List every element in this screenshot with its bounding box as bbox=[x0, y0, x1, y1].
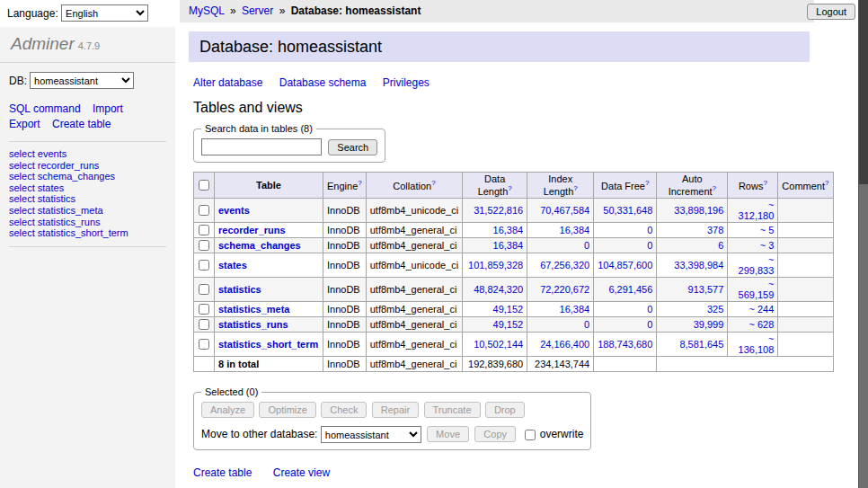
table-name-cell: recorder_runs bbox=[215, 222, 323, 237]
select-link[interactable]: select bbox=[9, 205, 35, 216]
copy-button[interactable]: Copy bbox=[474, 426, 516, 442]
collation-cell: utf8mb4_general_ci bbox=[366, 316, 462, 332]
vertical-scrollbar[interactable] bbox=[858, 0, 868, 488]
select-link[interactable]: select bbox=[9, 217, 35, 227]
table-name-link[interactable]: statistics_meta bbox=[218, 304, 290, 315]
logout-button[interactable]: Logout bbox=[807, 4, 855, 20]
sidebar-link-sql-command[interactable]: SQL command bbox=[9, 102, 81, 115]
search-button[interactable]: Search bbox=[328, 139, 377, 155]
table-row: recorder_runs InnoDB utf8mb4_general_ci … bbox=[194, 222, 834, 237]
table-link[interactable]: statistics_short_term bbox=[38, 227, 128, 238]
sidebar-link-export[interactable]: Export bbox=[9, 118, 40, 130]
help-link[interactable]: ? bbox=[645, 179, 649, 187]
data-length-cell: 16,384 bbox=[463, 237, 527, 253]
sidebar-links: SQL command Import Export Create table bbox=[9, 102, 166, 132]
row-checkbox[interactable] bbox=[199, 304, 209, 315]
breadcrumb-server-link[interactable]: Server bbox=[242, 4, 273, 17]
breadcrumb-separator: » bbox=[279, 4, 286, 17]
help-link[interactable]: ? bbox=[763, 179, 766, 187]
help-link[interactable]: ? bbox=[825, 179, 828, 187]
table-name-cell: schema_changes bbox=[215, 237, 323, 253]
row-select-cell bbox=[194, 277, 215, 301]
row-checkbox[interactable] bbox=[199, 284, 209, 295]
analyze-button[interactable]: Analyze bbox=[201, 402, 254, 418]
sidebar-link-create-table[interactable]: Create table bbox=[52, 118, 111, 130]
sidebar-table-item: select statistics_meta bbox=[9, 205, 166, 217]
total-data-length-cell: 192,839,680 bbox=[463, 357, 527, 372]
table-name-cell: statistics_runs bbox=[215, 316, 323, 332]
engine-cell: InnoDB bbox=[323, 253, 367, 277]
table-link[interactable]: events bbox=[38, 148, 66, 159]
data-length-cell: 49,152 bbox=[463, 301, 527, 316]
select-link[interactable]: select bbox=[9, 193, 35, 204]
row-checkbox[interactable] bbox=[199, 260, 209, 271]
select-link[interactable]: select bbox=[9, 148, 35, 159]
help-link[interactable]: ? bbox=[431, 179, 435, 187]
help-link[interactable]: ? bbox=[508, 184, 511, 192]
data-free-cell: 6,291,456 bbox=[594, 277, 657, 301]
create-table-link[interactable]: Create table bbox=[193, 466, 252, 479]
sidebar-link-import[interactable]: Import bbox=[93, 102, 123, 115]
engine-cell: InnoDB bbox=[323, 301, 367, 316]
row-checkbox[interactable] bbox=[199, 240, 209, 251]
row-checkbox[interactable] bbox=[199, 319, 209, 330]
overwrite-checkbox[interactable] bbox=[525, 430, 536, 440]
table-link[interactable]: statistics_meta bbox=[38, 205, 103, 216]
table-name-link[interactable]: statistics_short_term bbox=[218, 339, 318, 350]
repair-button[interactable]: Repair bbox=[372, 402, 419, 418]
alter-database-link[interactable]: Alter database bbox=[193, 76, 262, 89]
sidebar-table-item: select statistics_short_term bbox=[9, 227, 166, 239]
help-link[interactable]: ? bbox=[713, 184, 716, 192]
truncate-button[interactable]: Truncate bbox=[424, 402, 481, 418]
comment-cell bbox=[778, 333, 833, 357]
select-link[interactable]: select bbox=[9, 182, 35, 193]
table-link[interactable]: statistics_runs bbox=[38, 217, 101, 227]
sidebar: Adminer4.7.9 DB:homeassistant SQL comman… bbox=[0, 27, 175, 488]
search-input[interactable] bbox=[201, 138, 322, 155]
table-link[interactable]: recorder_runs bbox=[38, 160, 99, 171]
language-select[interactable]: English bbox=[61, 4, 148, 22]
data-length-cell: 101,859,328 bbox=[463, 253, 527, 277]
sidebar-table-item: select events bbox=[9, 148, 166, 160]
breadcrumb-mysql-link[interactable]: MySQL bbox=[189, 4, 225, 17]
table-name-link[interactable]: statistics_runs bbox=[218, 319, 288, 330]
db-select[interactable]: homeassistant bbox=[30, 72, 134, 89]
index-length-cell: 0 bbox=[527, 316, 594, 332]
rows-count-cell: ~ 244 bbox=[728, 301, 778, 316]
row-checkbox[interactable] bbox=[199, 339, 209, 350]
table-name-link[interactable]: recorder_runs bbox=[218, 225, 286, 235]
select-link[interactable]: select bbox=[9, 160, 35, 171]
create-view-link[interactable]: Create view bbox=[273, 466, 330, 479]
row-checkbox[interactable] bbox=[199, 205, 209, 216]
help-link[interactable]: ? bbox=[573, 184, 577, 192]
engine-cell: InnoDB bbox=[323, 198, 367, 222]
optimize-button[interactable]: Optimize bbox=[259, 402, 315, 418]
select-link[interactable]: select bbox=[9, 227, 35, 238]
table-name-link[interactable]: events bbox=[218, 205, 250, 216]
language-label: Language: bbox=[7, 7, 58, 20]
move-button[interactable]: Move bbox=[427, 426, 469, 442]
help-link[interactable]: ? bbox=[358, 179, 361, 187]
data-free-cell: 0 bbox=[594, 222, 657, 237]
total-spacer bbox=[657, 357, 833, 372]
total-collation-cell: utf8mb4_general_ci bbox=[366, 357, 462, 372]
table-link[interactable]: statistics bbox=[38, 193, 75, 204]
table-name-link[interactable]: statistics bbox=[218, 284, 261, 295]
drop-button[interactable]: Drop bbox=[485, 402, 525, 418]
check-button[interactable]: Check bbox=[321, 402, 367, 418]
selected-actions: Analyze Optimize Check Repair Truncate D… bbox=[201, 402, 583, 418]
row-checkbox[interactable] bbox=[199, 225, 209, 235]
select-link[interactable]: select bbox=[9, 171, 35, 182]
data-free-cell: 0 bbox=[594, 301, 657, 316]
table-name-link[interactable]: schema_changes bbox=[218, 240, 301, 251]
collation-cell: utf8mb4_general_ci bbox=[366, 222, 462, 237]
table-link[interactable]: states bbox=[38, 182, 64, 193]
database-schema-link[interactable]: Database schema bbox=[279, 76, 367, 89]
move-db-select[interactable]: homeassistant bbox=[321, 426, 421, 443]
table-name-link[interactable]: states bbox=[218, 260, 247, 271]
select-all-checkbox[interactable] bbox=[199, 180, 209, 191]
table-link[interactable]: schema_changes bbox=[38, 171, 115, 182]
privileges-link[interactable]: Privileges bbox=[383, 76, 430, 89]
adminer-version: 4.7.9 bbox=[78, 40, 100, 51]
scrollbar-thumb[interactable] bbox=[859, 0, 868, 184]
